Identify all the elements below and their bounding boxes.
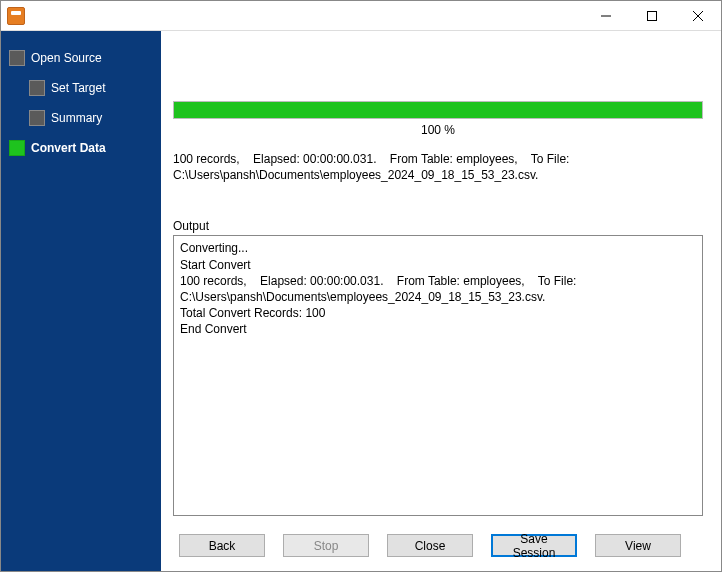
sidebar-item-open-source[interactable]: Open Source [1,43,161,73]
progress-bar [173,101,703,119]
button-row: Back Stop Close Save Session View [161,524,721,571]
step-icon [29,110,45,126]
close-dialog-button[interactable]: Close [387,534,473,557]
minimize-button[interactable] [583,1,629,30]
body: Open Source Set Target Summary Convert D… [1,31,721,571]
progress-section: 100 % [173,101,703,137]
sidebar-item-label: Convert Data [31,141,106,155]
content: 100 % 100 records, Elapsed: 00:00:00.031… [161,31,721,524]
close-button[interactable] [675,1,721,30]
app-icon [7,7,25,25]
output-label: Output [173,219,703,233]
sidebar-item-convert-data[interactable]: Convert Data [1,133,161,163]
save-session-button[interactable]: Save Session [491,534,577,557]
step-icon [29,80,45,96]
titlebar [1,1,721,31]
status-text: 100 records, Elapsed: 00:00:00.031. From… [173,151,703,183]
sidebar-item-label: Summary [51,111,102,125]
view-button[interactable]: View [595,534,681,557]
main: 100 % 100 records, Elapsed: 00:00:00.031… [161,31,721,571]
sidebar-item-summary[interactable]: Summary [1,103,161,133]
progress-fill [174,102,702,118]
step-icon [9,140,25,156]
window-controls [583,1,721,30]
sidebar-item-label: Set Target [51,81,105,95]
progress-label: 100 % [173,123,703,137]
sidebar-item-label: Open Source [31,51,102,65]
stop-button: Stop [283,534,369,557]
titlebar-left [7,7,31,25]
sidebar-item-set-target[interactable]: Set Target [1,73,161,103]
step-icon [9,50,25,66]
maximize-icon [647,11,657,21]
back-button[interactable]: Back [179,534,265,557]
output-textarea[interactable]: Converting... Start Convert 100 records,… [173,235,703,516]
minimize-icon [601,11,611,21]
sidebar: Open Source Set Target Summary Convert D… [1,31,161,571]
maximize-button[interactable] [629,1,675,30]
app-window: Open Source Set Target Summary Convert D… [0,0,722,572]
close-icon [693,11,703,21]
svg-rect-1 [648,11,657,20]
